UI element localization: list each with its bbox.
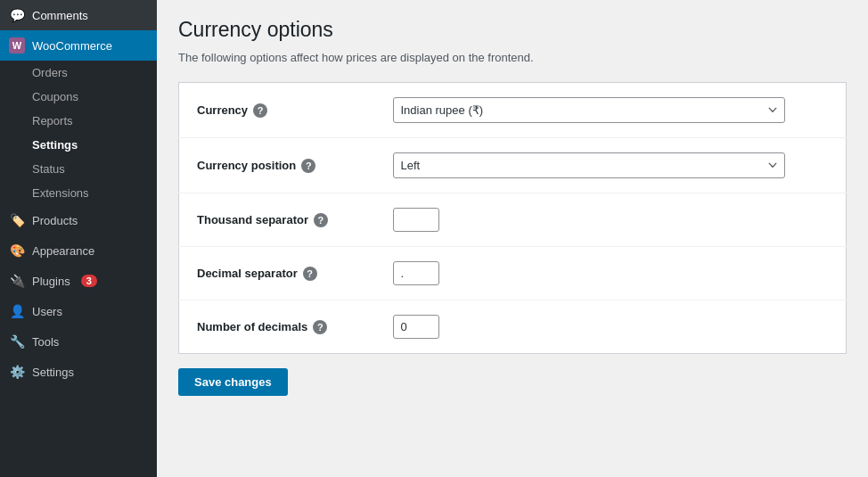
currency-position-row: Currency position ? Left	[179, 138, 847, 193]
sidebar-item-label: Tools	[32, 335, 59, 349]
number-of-decimals-label-cell: Number of decimals ?	[179, 300, 375, 354]
sidebar-item-label: Appearance	[32, 244, 94, 258]
page-title: Currency options	[178, 18, 847, 42]
sidebar: 💬 Comments W WooCommerce Orders Coupons …	[0, 0, 157, 477]
main-content: Currency options The following options a…	[157, 0, 868, 477]
extensions-label: Extensions	[32, 186, 89, 200]
appearance-icon: 🎨	[9, 243, 25, 259]
currency-position-label: Currency position	[197, 159, 296, 172]
plugins-icon: 🔌	[9, 273, 25, 289]
comments-icon: 💬	[9, 7, 25, 23]
decimal-separator-input[interactable]	[393, 261, 439, 285]
currency-row: Currency ? Indian rupee (₹)	[179, 83, 847, 138]
reports-label: Reports	[32, 114, 73, 127]
decimal-separator-field-cell	[375, 247, 847, 300]
sidebar-item-products[interactable]: 🏷️ Products	[0, 205, 157, 235]
currency-select[interactable]: Indian rupee (₹)	[393, 97, 785, 123]
page-subtitle: The following options affect how prices …	[178, 51, 847, 64]
thousand-separator-input[interactable]	[393, 208, 439, 232]
sidebar-item-tools[interactable]: 🔧 Tools	[0, 326, 157, 357]
thousand-separator-help-icon[interactable]: ?	[314, 213, 328, 227]
decimal-separator-label-cell: Decimal separator ?	[179, 247, 375, 300]
status-label: Status	[32, 162, 65, 176]
woocommerce-icon: W	[9, 37, 25, 53]
currency-position-field-cell: Left	[375, 138, 847, 193]
currency-field-cell: Indian rupee (₹)	[375, 83, 847, 138]
sidebar-sub-settings[interactable]: Settings	[0, 133, 157, 157]
currency-label-cell: Currency ?	[179, 83, 375, 138]
sidebar-item-label: Users	[32, 305, 62, 318]
sidebar-item-appearance[interactable]: 🎨 Appearance	[0, 235, 157, 266]
sidebar-item-plugins[interactable]: 🔌 Plugins 3	[0, 266, 157, 296]
currency-label: Currency	[197, 103, 248, 117]
number-of-decimals-field-cell	[375, 300, 847, 354]
currency-position-help-icon[interactable]: ?	[301, 159, 315, 173]
sidebar-item-label: Products	[32, 214, 78, 227]
sidebar-item-label: WooCommerce	[32, 39, 112, 53]
sidebar-sub-reports[interactable]: Reports	[0, 109, 157, 133]
currency-position-select[interactable]: Left	[393, 152, 785, 178]
number-of-decimals-input[interactable]	[393, 315, 439, 339]
settings-label: Settings	[32, 138, 78, 152]
thousand-separator-field-cell	[375, 193, 847, 247]
plugins-badge: 3	[81, 275, 97, 287]
settings-main-icon: ⚙️	[9, 364, 25, 380]
thousand-separator-row: Thousand separator ?	[179, 193, 847, 247]
sidebar-item-settings-main[interactable]: ⚙️ Settings	[0, 357, 157, 387]
number-of-decimals-row: Number of decimals ?	[179, 300, 847, 354]
save-changes-button[interactable]: Save changes	[178, 368, 288, 396]
sidebar-item-label: Settings	[32, 366, 74, 379]
coupons-label: Coupons	[32, 90, 78, 103]
users-icon: 👤	[9, 303, 25, 319]
products-icon: 🏷️	[9, 212, 25, 228]
sidebar-item-users[interactable]: 👤 Users	[0, 296, 157, 326]
number-of-decimals-label: Number of decimals	[197, 320, 307, 333]
number-of-decimals-help-icon[interactable]: ?	[313, 320, 327, 334]
sidebar-item-comments[interactable]: 💬 Comments	[0, 0, 157, 30]
currency-options-table: Currency ? Indian rupee (₹) Currency pos…	[178, 82, 847, 354]
sidebar-item-label: Plugins	[32, 275, 70, 288]
currency-position-label-cell: Currency position ?	[179, 138, 375, 193]
sidebar-item-woocommerce[interactable]: W WooCommerce	[0, 30, 157, 61]
sidebar-sub-coupons[interactable]: Coupons	[0, 85, 157, 109]
decimal-separator-help-icon[interactable]: ?	[303, 267, 317, 281]
sidebar-item-label: Comments	[32, 9, 88, 22]
thousand-separator-label-cell: Thousand separator ?	[179, 193, 375, 247]
orders-label: Orders	[32, 66, 68, 79]
decimal-separator-label: Decimal separator	[197, 267, 298, 280]
sidebar-sub-orders[interactable]: Orders	[0, 61, 157, 85]
sidebar-sub-status[interactable]: Status	[0, 157, 157, 181]
sidebar-sub-extensions[interactable]: Extensions	[0, 181, 157, 205]
currency-help-icon[interactable]: ?	[253, 103, 267, 118]
tools-icon: 🔧	[9, 333, 25, 350]
decimal-separator-row: Decimal separator ?	[179, 247, 847, 300]
thousand-separator-label: Thousand separator	[197, 213, 308, 226]
